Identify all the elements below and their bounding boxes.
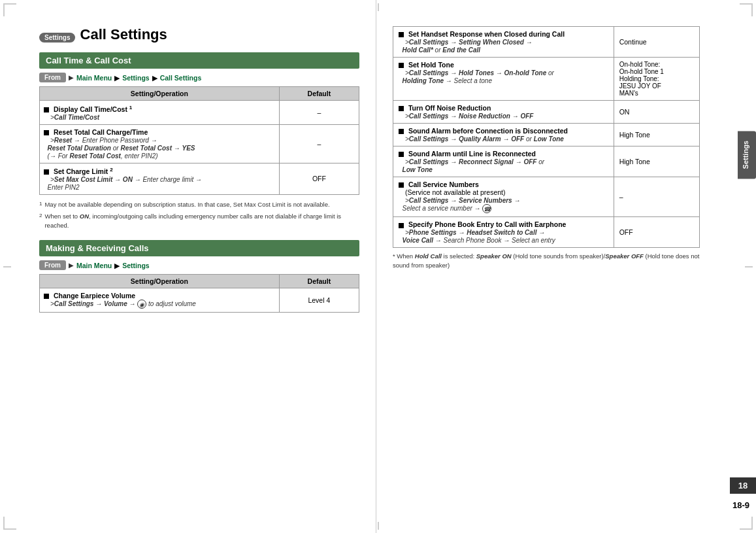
table-row: Set Handset Response when Closed during …	[393, 27, 700, 58]
right-row6-name: Call Service Numbers	[408, 181, 479, 188]
row4-name: Change Earpiece Volume	[54, 292, 135, 300]
row3-default: OFF	[279, 163, 359, 195]
table1-header-default: Default	[279, 87, 359, 101]
row4-default: Level 4	[279, 288, 359, 313]
right-row7-name: Specify Phone Book Entry to Call with Ea…	[408, 220, 567, 228]
nav-sep-2: ▶	[152, 74, 157, 82]
bullet-1	[44, 107, 49, 112]
right-bullet-6	[399, 182, 404, 188]
footnote-1-text: May not be available depending on subscr…	[44, 200, 329, 210]
row3-path: >Set Max Cost Limit → ON → Enter charge …	[44, 176, 202, 191]
right-row4-path: >Call Settings → Quality Alarm → OFF or …	[399, 135, 564, 143]
nav-arrow-2: ▶	[69, 262, 74, 269]
section-call-time: Call Time & Call Cost	[39, 52, 359, 69]
right-row1-path: >Call Settings → Setting When Closed → H…	[399, 39, 533, 54]
bullet-3	[44, 169, 49, 175]
footnote-2-text: When set to ON, incoming/outgoing calls …	[44, 212, 359, 230]
table2-header-default: Default	[279, 275, 359, 288]
table-making-calls: Setting/Operation Default Change Earpiec…	[39, 274, 359, 313]
row4-path: >Call Settings → Volume → ◉ to adjust vo…	[44, 300, 196, 307]
row1-operation: Display Call Time/Cost 1 >Call Time/Cost	[40, 101, 280, 125]
right-row5-path: >Call Settings → Reconnect Signal → OFF …	[399, 158, 544, 173]
bullet-4	[44, 294, 49, 299]
right-row2-op: Set Hold Tone >Call Settings → Hold Tone…	[393, 58, 614, 101]
table-row: Specify Phone Book Entry to Call with Ea…	[393, 217, 700, 248]
footnote-2-num: 2	[39, 212, 42, 230]
table1-header-setting: Setting/Operation	[40, 87, 280, 101]
nav-arrow-1: ▶	[69, 74, 74, 81]
right-row5-name: Sound Alarm until Line is Reconnected	[408, 150, 536, 158]
from-label-2: From	[39, 260, 66, 270]
from-bar-1: From ▶ Main Menu ▶ Settings ▶ Call Setti…	[39, 73, 359, 82]
from-label-1: From	[39, 73, 66, 82]
nav-call-settings-1[interactable]: Call Settings	[160, 74, 202, 82]
column-divider	[376, 0, 376, 533]
row2-name: Reset Total Call Charge/Time	[54, 128, 148, 136]
right-row4-default: High Tone	[614, 124, 699, 146]
nav-sep-1: ▶	[114, 74, 120, 82]
right-row2-name: Set Hold Tone	[408, 61, 454, 69]
right-row3-op: Turn Off Noise Reduction >Call Settings …	[393, 101, 614, 124]
right-row1-default: Continue	[614, 27, 699, 58]
right-row7-op: Specify Phone Book Entry to Call with Ea…	[393, 217, 614, 248]
right-row6-sub: (Service not available at present)	[399, 188, 506, 196]
sidebar-tab: Settings	[738, 131, 756, 179]
table-row: Reset Total Call Charge/Time >Reset → En…	[40, 124, 359, 163]
right-bullet-4	[399, 129, 404, 134]
row2-default: –	[279, 124, 359, 163]
right-row6-path: >Call Settings → Service Numbers → Selec…	[399, 197, 520, 212]
nav-main-menu-1[interactable]: Main Menu	[76, 74, 112, 82]
right-bullet-1	[399, 32, 404, 37]
right-column: Set Handset Response when Closed during …	[380, 0, 713, 533]
nav-sep-3: ▶	[114, 262, 120, 269]
right-row6-default: –	[614, 177, 699, 217]
nav-main-menu-2[interactable]: Main Menu	[76, 262, 112, 269]
table-row: Set Hold Tone >Call Settings → Hold Tone…	[393, 58, 700, 101]
table-row: Call Service Numbers (Service not availa…	[393, 177, 700, 217]
table2-header-setting: Setting/Operation	[40, 275, 280, 288]
row1-name: Display Call Time/Cost 1	[54, 105, 132, 113]
table-row: Turn Off Noise Reduction >Call Settings …	[393, 101, 700, 124]
footnotes-section: 1 May not be available depending on subs…	[39, 200, 359, 230]
table-call-time: Setting/Operation Default Display Call T…	[39, 86, 359, 195]
row3-operation: Set Charge Limit 2 >Set Max Cost Limit →…	[40, 163, 280, 195]
right-row4-op: Sound Alarm before Connection is Disconn…	[393, 124, 614, 146]
right-row6-op: Call Service Numbers (Service not availa…	[393, 177, 614, 217]
right-row3-path: >Call Settings → Noise Reduction → OFF	[399, 112, 533, 120]
row2-path: >Reset → Enter Phone Password → Reset To…	[44, 137, 195, 160]
row1-default: –	[279, 101, 359, 125]
nav-settings-2[interactable]: Settings	[122, 262, 149, 269]
row2-operation: Reset Total Call Charge/Time >Reset → En…	[40, 124, 280, 163]
right-bullet-3	[399, 106, 404, 111]
right-bullet-5	[399, 152, 404, 157]
from-bar-2: From ▶ Main Menu ▶ Settings	[39, 260, 359, 270]
footnote-1: 1 May not be available depending on subs…	[39, 200, 359, 210]
right-footnote: * When Hold Call is selected: Speaker ON…	[393, 252, 700, 269]
page-number-text: 18-9	[732, 500, 749, 510]
right-bullet-7	[399, 223, 404, 228]
right-row2-path: >Call Settings → Hold Tones → On-hold To…	[399, 69, 554, 84]
table-row: Display Call Time/Cost 1 >Call Time/Cost…	[40, 101, 359, 125]
row3-name: Set Charge Limit 2	[54, 167, 113, 175]
right-row7-path: >Phone Settings → Headset Switch to Call…	[399, 229, 555, 244]
footnote-1-num: 1	[39, 200, 42, 210]
right-row3-default: ON	[614, 101, 699, 124]
table-row: Change Earpiece Volume >Call Settings → …	[40, 288, 359, 313]
bullet-2	[44, 130, 49, 135]
footnote-2: 2 When set to ON, incoming/outgoing call…	[39, 212, 359, 230]
table-row: Set Charge Limit 2 >Set Max Cost Limit →…	[40, 163, 359, 195]
right-row4-name: Sound Alarm before Connection is Disconn…	[408, 127, 568, 135]
section-making-calls: Making & Receiving Calls	[39, 240, 359, 256]
right-row5-default: High Tone	[614, 146, 699, 177]
page-title: Call Settings	[80, 26, 167, 43]
table-row: Sound Alarm until Line is Reconnected >C…	[393, 146, 700, 177]
settings-badge: Settings	[39, 33, 75, 43]
nav-settings-1[interactable]: Settings	[122, 74, 149, 82]
right-row3-name: Turn Off Noise Reduction	[408, 104, 491, 112]
page-number-box: 18	[730, 477, 756, 494]
right-row1-name: Set Handset Response when Closed during …	[408, 30, 565, 38]
row4-operation: Change Earpiece Volume >Call Settings → …	[40, 288, 280, 313]
table-right: Set Handset Response when Closed during …	[393, 26, 700, 248]
right-row1-op: Set Handset Response when Closed during …	[393, 27, 614, 58]
right-row2-default: On-hold Tone:On-hold Tone 1Holding Tone:…	[614, 58, 699, 101]
